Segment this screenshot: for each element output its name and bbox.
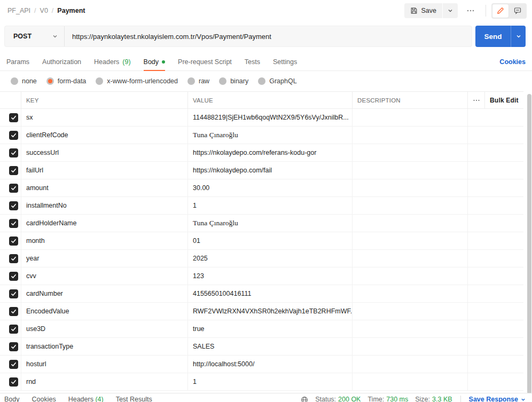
documentation-edit-button[interactable]	[492, 4, 508, 18]
param-key[interactable]: successUrl	[21, 144, 188, 161]
param-key[interactable]: cardHolderName	[21, 215, 188, 232]
param-value[interactable]: http://localhost:5000/	[188, 356, 353, 373]
row-checkbox[interactable]	[9, 289, 18, 298]
param-value[interactable]: true	[188, 320, 353, 337]
method-select[interactable]: POST	[5, 26, 65, 46]
param-description[interactable]	[353, 232, 468, 249]
tab-body[interactable]: Body	[144, 53, 166, 70]
param-description[interactable]	[353, 338, 468, 355]
tab-pre-request-script[interactable]: Pre-request Script	[178, 53, 232, 70]
param-key[interactable]: year	[21, 250, 188, 267]
vertical-scrollbar[interactable]	[527, 94, 531, 394]
row-checkbox[interactable]	[9, 184, 18, 193]
row-checkbox[interactable]	[9, 342, 18, 351]
row-checkbox[interactable]	[9, 307, 18, 316]
row-checkbox[interactable]	[9, 113, 18, 122]
param-key[interactable]: hosturl	[21, 356, 188, 373]
row-checkbox[interactable]	[9, 219, 18, 228]
column-options-button[interactable]	[468, 92, 485, 108]
param-key[interactable]: clientRefCode	[21, 127, 188, 144]
param-key[interactable]: sx	[21, 109, 188, 126]
param-description[interactable]	[353, 356, 468, 373]
param-value[interactable]: 114488219|SjEH1wb6qoqWtN2X9/5Y6sVy/Jxnil…	[188, 109, 353, 126]
row-checkbox[interactable]	[9, 377, 18, 387]
param-key[interactable]: EncodedValue	[21, 303, 188, 320]
body-mode-form-data[interactable]: form-data	[46, 77, 87, 85]
save-response-button[interactable]: Save Response	[469, 396, 526, 402]
param-description[interactable]	[353, 267, 468, 285]
param-description[interactable]	[353, 179, 468, 196]
breadcrumb-folder[interactable]: V0	[40, 7, 48, 14]
radio-icon[interactable]	[258, 77, 265, 85]
param-value[interactable]: 2025	[188, 250, 353, 267]
response-tab-cookies[interactable]: Cookies	[32, 396, 56, 402]
response-tab-test-results[interactable]: Test Results	[116, 396, 152, 402]
row-checkbox[interactable]	[9, 254, 18, 263]
param-key[interactable]: failUrl	[21, 162, 188, 179]
row-checkbox[interactable]	[9, 360, 18, 369]
radio-icon[interactable]	[11, 77, 18, 85]
param-description[interactable]	[353, 373, 468, 390]
row-checkbox[interactable]	[9, 272, 18, 281]
param-description[interactable]	[353, 303, 468, 320]
row-checkbox[interactable]	[9, 148, 18, 157]
param-value[interactable]: 123	[188, 267, 353, 285]
param-description[interactable]	[353, 285, 468, 302]
param-value[interactable]: 01	[188, 232, 353, 249]
row-checkbox[interactable]	[9, 166, 18, 175]
param-key[interactable]: month	[21, 232, 188, 249]
param-key[interactable]: use3D	[21, 320, 188, 337]
param-description[interactable]	[353, 320, 468, 337]
param-value[interactable]: RWF2VWlzRXN4VXhSR0h2ekhVajh1eTB2RHFmWF..…	[188, 303, 353, 320]
param-description[interactable]	[353, 162, 468, 179]
param-key[interactable]: installmentNo	[21, 197, 188, 214]
breadcrumb-collection[interactable]: PF_API	[7, 7, 30, 14]
comments-button[interactable]	[510, 4, 526, 18]
param-key[interactable]: transactionType	[21, 338, 188, 355]
param-key[interactable]: rnd	[21, 373, 188, 390]
param-description[interactable]	[353, 127, 468, 144]
row-checkbox[interactable]	[9, 325, 18, 334]
body-mode-graphql[interactable]: GraphQL	[258, 77, 296, 85]
radio-icon[interactable]	[96, 77, 103, 85]
param-key[interactable]: cvv	[21, 267, 188, 285]
tab-params[interactable]: Params	[6, 53, 29, 70]
send-button[interactable]: Send	[475, 26, 511, 47]
body-mode-binary[interactable]: binary	[219, 77, 248, 85]
param-value[interactable]: 1	[188, 373, 353, 390]
bulk-edit-button[interactable]: Bulk Edit	[485, 92, 523, 108]
body-mode-none[interactable]: none	[11, 77, 37, 85]
param-description[interactable]	[353, 215, 468, 232]
param-value[interactable]: Tuna Çınaroğlu	[188, 215, 353, 232]
param-value[interactable]: SALES	[188, 338, 353, 355]
response-tab-headers[interactable]: Headers (4)	[68, 396, 104, 402]
param-key[interactable]: cardNumber	[21, 285, 188, 302]
param-value[interactable]: 1	[188, 197, 353, 214]
save-options-button[interactable]	[443, 3, 458, 18]
param-description[interactable]	[353, 144, 468, 161]
more-options-button[interactable]	[461, 3, 480, 18]
row-checkbox[interactable]	[9, 131, 18, 140]
tab-headers[interactable]: Headers(9)	[94, 53, 131, 70]
body-mode-raw[interactable]: raw	[187, 77, 209, 85]
param-value[interactable]: 4155650100416111	[188, 285, 353, 302]
tab-tests[interactable]: Tests	[245, 53, 260, 70]
param-description[interactable]	[353, 250, 468, 267]
row-checkbox[interactable]	[9, 201, 18, 210]
row-checkbox[interactable]	[9, 237, 18, 246]
param-description[interactable]	[353, 197, 468, 214]
param-key[interactable]: amount	[21, 179, 188, 196]
radio-icon[interactable]	[46, 77, 54, 85]
radio-icon[interactable]	[219, 77, 226, 85]
cookies-link[interactable]: Cookies	[499, 58, 526, 66]
radio-icon[interactable]	[187, 77, 195, 85]
param-value[interactable]: Tuna Çınaroğlu	[188, 127, 353, 144]
param-description[interactable]	[353, 109, 468, 126]
save-button[interactable]: Save	[404, 3, 443, 18]
tab-authorization[interactable]: Authorization	[42, 53, 81, 70]
tab-settings[interactable]: Settings	[273, 53, 297, 70]
url-input[interactable]: https://paynkolaytest.nkolayislem.com.tr…	[65, 26, 472, 46]
body-mode-x-www-form-urlencoded[interactable]: x-www-form-urlencoded	[96, 77, 178, 85]
param-value[interactable]: https://nkolaydepo.com/fail	[188, 162, 353, 179]
send-options-button[interactable]	[511, 26, 526, 47]
